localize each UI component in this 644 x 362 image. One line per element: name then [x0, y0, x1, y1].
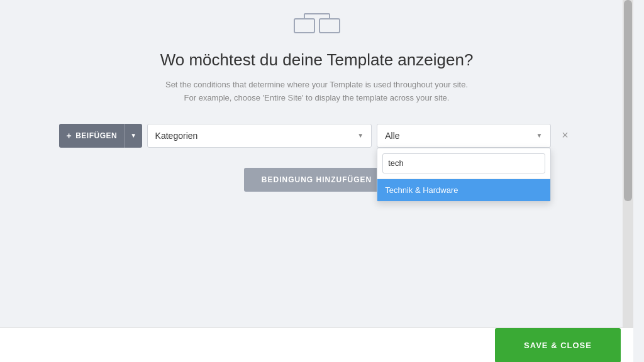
add-condition-button[interactable]: BEDINGUNG HINZUFÜGEN: [244, 168, 389, 192]
dropdown-item-technik[interactable]: Technik & Hardware: [377, 179, 550, 201]
close-button[interactable]: ×: [556, 126, 575, 145]
alle-select-wrapper: Alle ▼ tech Technik & Hardware: [377, 124, 550, 148]
template-icon-container: [292, 6, 342, 40]
template-icon-svg: [292, 6, 342, 38]
page-heading: Wo möchtest du deine Template anzeigen?: [160, 50, 474, 70]
content-area: Wo möchtest du deine Template anzeigen? …: [0, 0, 633, 192]
alle-select[interactable]: Alle ▼: [377, 124, 550, 148]
svg-rect-3: [294, 19, 314, 33]
beifugen-button[interactable]: + BEIFÜGEN ▼: [59, 124, 142, 148]
dropdown-search-container: tech: [377, 148, 550, 179]
svg-rect-4: [319, 19, 340, 33]
page-subtext: Set the conditions that determine where …: [165, 79, 468, 105]
chevron-down-icon[interactable]: ▼: [125, 124, 142, 148]
scrollbar-thumb[interactable]: [624, 0, 632, 201]
dropdown-search-input[interactable]: tech: [382, 153, 545, 173]
controls-row: + BEIFÜGEN ▼ Kategorien ▼ Alle ▼: [59, 124, 575, 148]
alle-chevron-icon: ▼: [536, 132, 543, 139]
kategorien-chevron-icon: ▼: [357, 132, 364, 139]
kategorien-select[interactable]: Kategorien ▼: [147, 124, 372, 148]
main-container: ▼ Wo möchtest du deine Template anzeigen…: [0, 0, 633, 362]
bottom-bar: SAVE & CLOSE: [0, 327, 633, 362]
search-dropdown: tech Technik & Hardware: [377, 148, 550, 202]
plus-icon: +: [67, 131, 72, 141]
scrollbar[interactable]: ▼: [623, 0, 633, 362]
save-close-button[interactable]: SAVE & CLOSE: [495, 328, 621, 363]
